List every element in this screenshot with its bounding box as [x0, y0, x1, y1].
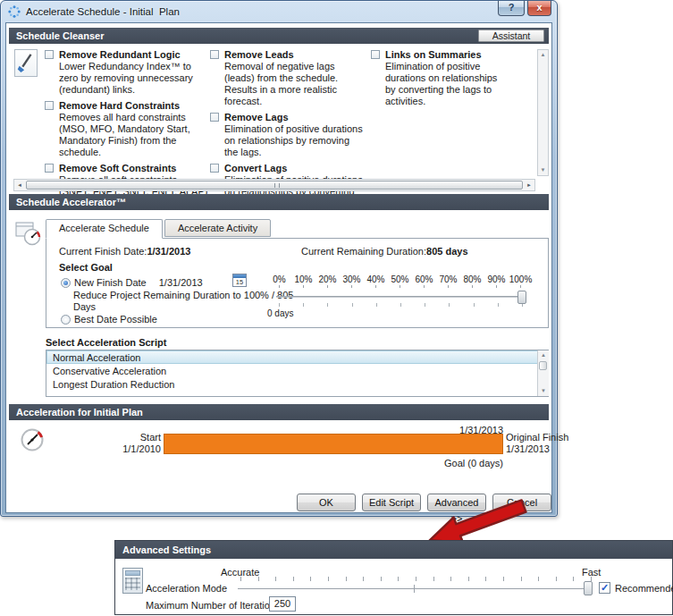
scrollbar-thumb[interactable]	[539, 361, 547, 370]
start-date: 1/1/2010	[87, 443, 161, 455]
tick-label: 30%	[340, 274, 364, 288]
slider-min-label: 0 days	[267, 308, 534, 318]
script-item-label: Longest Duration Reduction	[53, 379, 174, 390]
radio-best-date[interactable]	[61, 315, 71, 325]
cleanser-option-title: Links on Summaries	[385, 49, 510, 61]
script-list-scrollbar[interactable]: ▲ ▼	[537, 350, 549, 396]
checkbox[interactable]	[210, 113, 219, 122]
window-title: Accelerate Schedule - Initial Plan	[26, 1, 180, 22]
cleanser-option: Links on Summaries Elimination of positi…	[371, 49, 510, 107]
select-goal-label: Select Goal	[59, 262, 113, 273]
cleanser-horizontal-scrollbar[interactable]: ◄ ►	[13, 179, 535, 191]
cleanser-option: Remove Hard Constraints Removes all hard…	[45, 100, 209, 158]
radio-new-finish-date[interactable]	[61, 278, 71, 288]
ok-button[interactable]: OK	[297, 494, 356, 511]
checkbox[interactable]	[371, 50, 380, 59]
select-script-label: Select Acceleration Script	[46, 337, 166, 348]
cleanser-option-title: Remove Redundant Logic	[59, 49, 209, 61]
finish-date: 1/31/2013	[506, 443, 568, 455]
cleanser-tool-icon	[14, 49, 38, 77]
cleanser-vertical-scrollbar[interactable]: ▲ ▼	[537, 49, 549, 176]
current-finish-value: 1/31/2013	[147, 246, 190, 257]
assistant-button[interactable]: Assistant	[478, 30, 544, 42]
tick-label: 90%	[484, 274, 509, 288]
cleanser-option-title: Remove Soft Constraints	[59, 163, 209, 174]
current-finish-label: Current Finish Date:	[59, 246, 147, 257]
goal-best-date: Best Date Possible	[61, 314, 157, 325]
app-sparkle-icon	[8, 5, 21, 18]
checkbox[interactable]	[45, 164, 54, 173]
slider-tick-labels: 0%10%20%30%40%50%60%70%80%90%100%	[267, 274, 534, 288]
checkbox[interactable]	[210, 50, 219, 59]
goal-note: Reduce Project Remaining Duration to 100…	[73, 290, 299, 313]
goal-date-value: 1/31/2013	[159, 277, 203, 288]
cleanser-option-desc: Elimination of positive durations on rel…	[224, 123, 364, 158]
checkbox[interactable]	[45, 50, 54, 59]
cleanser-option: Remove Lags Elimination of positive dura…	[210, 112, 364, 158]
slider-bottom-ticks	[279, 303, 523, 307]
recommended-checkbox[interactable]: ✓	[599, 582, 610, 594]
mode-slider-thumb[interactable]	[584, 581, 593, 595]
script-list-item[interactable]: Longest Duration Reduction	[46, 377, 548, 391]
script-item-label: Normal Acceleration	[53, 352, 140, 363]
tick-label: 20%	[315, 274, 340, 288]
iterations-label: Maximum Number of Iterations	[146, 600, 280, 611]
cleanser-option-title: Convert Lags	[224, 163, 364, 174]
screen: Accelerate Schedule - Initial Plan ? x S…	[0, 0, 673, 616]
accelerate-schedule-dialog: Accelerate Schedule - Initial Plan ? x S…	[0, 0, 558, 517]
duration-slider: 0%10%20%30%40%50%60%70%80%90%100% 0 days	[267, 274, 534, 318]
slider-track[interactable]	[276, 291, 525, 303]
cleanser-option-title: Remove Lags	[224, 112, 364, 123]
goal-days-label: Goal (0 days)	[364, 458, 503, 468]
advanced-settings-header: Advanced Settings	[115, 541, 672, 559]
iterations-input[interactable]: 250	[269, 596, 296, 612]
bar-start-label: Start 1/1/2010	[87, 432, 161, 455]
tick-label: 50%	[388, 274, 412, 288]
calculator-screen	[125, 570, 140, 576]
scroll-right-icon[interactable]: ►	[524, 180, 534, 190]
goal-label: New Finish Date	[74, 277, 147, 288]
cleanser-option-title: Remove Hard Constraints	[59, 100, 209, 112]
titlebar[interactable]: Accelerate Schedule - Initial Plan ? x	[1, 1, 557, 22]
cleanser-option-desc: Elimination of positive durations on rel…	[385, 61, 510, 107]
tick-label: 10%	[291, 274, 315, 288]
script-list-item[interactable]: Normal Acceleration	[46, 350, 548, 364]
tick-label: 100%	[509, 274, 533, 288]
schedule-cleanser-title: Schedule Cleanser	[16, 30, 104, 41]
cleanser-option-desc: Removal of negative lags (leads) from th…	[224, 61, 364, 107]
dialog-client-area: Schedule Cleanser Assistant Remove Redun…	[5, 22, 552, 513]
mode-slider-track[interactable]	[238, 588, 592, 589]
cleanser-option: Remove Leads Removal of negative lags (l…	[210, 49, 364, 107]
close-button[interactable]: x	[527, 1, 551, 16]
tab[interactable]: Accelerate Activity	[164, 219, 271, 237]
calendar-icon-day: 15	[233, 278, 246, 286]
tick-label: 70%	[436, 274, 460, 288]
mode-slider-center-tick	[414, 585, 415, 593]
tab[interactable]: Accelerate Schedule	[46, 219, 163, 239]
scrollbar-thumb[interactable]	[26, 181, 523, 190]
plan-gauge-icon	[20, 427, 45, 452]
tick-label: 60%	[412, 274, 436, 288]
accelerator-tabs: Accelerate Schedule Accelerate Activity	[46, 219, 273, 238]
checkbox[interactable]	[45, 101, 54, 110]
finish-label: Original Finish	[506, 432, 568, 443]
scroll-left-icon[interactable]: ◄	[14, 180, 25, 190]
help-button[interactable]: ?	[498, 1, 525, 16]
remaining-label: Current Remaining Duration:	[301, 246, 426, 257]
tick-label: 0%	[267, 274, 291, 288]
scroll-up-icon[interactable]: ▲	[538, 50, 548, 60]
calendar-icon[interactable]: 15	[232, 274, 247, 287]
remaining-duration-row: Current Remaining Duration:805 days	[301, 246, 468, 257]
scroll-down-icon[interactable]: ▼	[538, 165, 548, 175]
acceleration-plan-title: Acceleration for Initial Plan	[16, 407, 143, 418]
cleanser-column-3: Links on Summaries Elimination of positi…	[371, 49, 510, 112]
schedule-cleanser-header: Schedule Cleanser Assistant	[9, 28, 549, 44]
scroll-up-icon[interactable]: ▲	[538, 350, 549, 360]
scroll-down-icon[interactable]: ▼	[538, 386, 549, 396]
script-list-item[interactable]: Conservative Acceleration	[46, 364, 548, 377]
slider-thumb[interactable]	[517, 291, 526, 304]
script-item-label: Conservative Acceleration	[53, 366, 166, 376]
schedule-bar	[164, 434, 503, 454]
cleanser-option-desc: Lower Redundancy Index™ to zero by remov…	[59, 61, 209, 96]
checkbox[interactable]	[210, 164, 219, 173]
